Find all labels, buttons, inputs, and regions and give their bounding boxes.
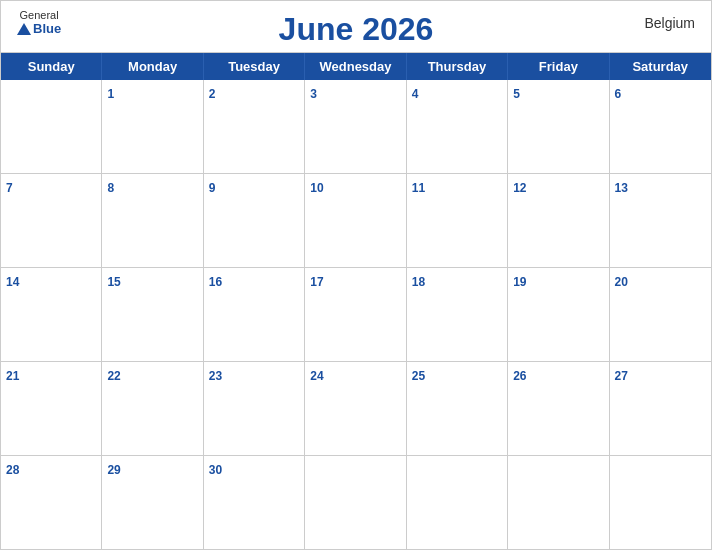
day-cell: 13	[610, 174, 711, 267]
day-cell: 18	[407, 268, 508, 361]
calendar-header: General Blue June 2026 Belgium	[1, 1, 711, 52]
day-cell: 30	[204, 456, 305, 549]
day-cell: 9	[204, 174, 305, 267]
day-cell: 17	[305, 268, 406, 361]
day-header-monday: Monday	[102, 53, 203, 80]
day-cell: 25	[407, 362, 508, 455]
logo-general-text: General	[20, 9, 59, 21]
day-cell: 24	[305, 362, 406, 455]
day-cell: 6	[610, 80, 711, 173]
calendar: General Blue June 2026 Belgium SundayMon…	[0, 0, 712, 550]
day-number: 17	[310, 275, 323, 289]
day-number: 7	[6, 181, 13, 195]
day-number: 12	[513, 181, 526, 195]
day-cell: 8	[102, 174, 203, 267]
day-number: 16	[209, 275, 222, 289]
week-row-5: 282930	[1, 456, 711, 549]
day-cell	[305, 456, 406, 549]
week-row-3: 14151617181920	[1, 268, 711, 362]
day-number: 2	[209, 87, 216, 101]
day-cell: 23	[204, 362, 305, 455]
day-cell: 10	[305, 174, 406, 267]
day-header-wednesday: Wednesday	[305, 53, 406, 80]
day-number: 14	[6, 275, 19, 289]
day-number: 23	[209, 369, 222, 383]
day-cell	[1, 80, 102, 173]
day-cell: 12	[508, 174, 609, 267]
day-number: 9	[209, 181, 216, 195]
day-number: 25	[412, 369, 425, 383]
day-cell: 15	[102, 268, 203, 361]
day-number: 6	[615, 87, 622, 101]
day-headers-row: SundayMondayTuesdayWednesdayThursdayFrid…	[1, 53, 711, 80]
week-row-4: 21222324252627	[1, 362, 711, 456]
day-cell: 3	[305, 80, 406, 173]
calendar-grid: SundayMondayTuesdayWednesdayThursdayFrid…	[1, 52, 711, 549]
day-cell: 16	[204, 268, 305, 361]
week-row-2: 78910111213	[1, 174, 711, 268]
day-cell: 19	[508, 268, 609, 361]
day-number: 5	[513, 87, 520, 101]
day-number: 30	[209, 463, 222, 477]
day-cell: 26	[508, 362, 609, 455]
logo: General Blue	[17, 9, 61, 36]
day-number: 10	[310, 181, 323, 195]
day-number: 18	[412, 275, 425, 289]
day-number: 20	[615, 275, 628, 289]
day-number: 26	[513, 369, 526, 383]
day-number: 13	[615, 181, 628, 195]
day-cell: 4	[407, 80, 508, 173]
day-number: 21	[6, 369, 19, 383]
weeks-container: 1234567891011121314151617181920212223242…	[1, 80, 711, 549]
day-header-friday: Friday	[508, 53, 609, 80]
day-cell: 11	[407, 174, 508, 267]
day-cell: 2	[204, 80, 305, 173]
day-cell: 7	[1, 174, 102, 267]
day-cell: 22	[102, 362, 203, 455]
day-cell	[407, 456, 508, 549]
day-header-sunday: Sunday	[1, 53, 102, 80]
day-header-thursday: Thursday	[407, 53, 508, 80]
day-number: 3	[310, 87, 317, 101]
day-number: 1	[107, 87, 114, 101]
day-number: 15	[107, 275, 120, 289]
day-cell: 29	[102, 456, 203, 549]
country-label: Belgium	[644, 15, 695, 31]
logo-triangle-icon	[17, 23, 31, 35]
day-cell: 20	[610, 268, 711, 361]
logo-blue-text: Blue	[17, 21, 61, 36]
week-row-1: 123456	[1, 80, 711, 174]
day-number: 19	[513, 275, 526, 289]
day-header-saturday: Saturday	[610, 53, 711, 80]
day-number: 24	[310, 369, 323, 383]
day-cell: 1	[102, 80, 203, 173]
day-cell: 14	[1, 268, 102, 361]
day-number: 27	[615, 369, 628, 383]
day-cell	[610, 456, 711, 549]
day-number: 4	[412, 87, 419, 101]
day-number: 22	[107, 369, 120, 383]
day-number: 28	[6, 463, 19, 477]
day-cell: 27	[610, 362, 711, 455]
day-cell: 21	[1, 362, 102, 455]
day-cell: 28	[1, 456, 102, 549]
day-header-tuesday: Tuesday	[204, 53, 305, 80]
day-number: 8	[107, 181, 114, 195]
day-cell: 5	[508, 80, 609, 173]
month-title: June 2026	[279, 11, 434, 48]
day-cell	[508, 456, 609, 549]
day-number: 11	[412, 181, 425, 195]
day-number: 29	[107, 463, 120, 477]
